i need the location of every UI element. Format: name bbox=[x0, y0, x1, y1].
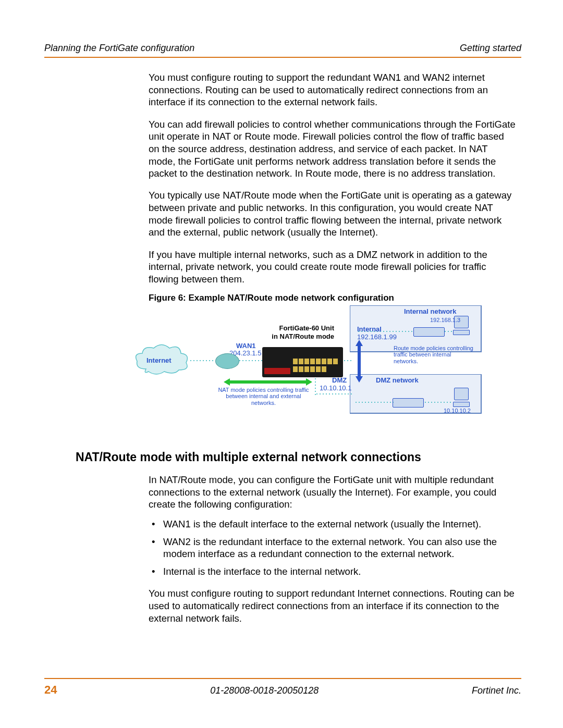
bullet-2: WAN2 is the redundant interface to the e… bbox=[149, 536, 516, 560]
dmz-ip-label: 10.10.10.1 bbox=[320, 384, 351, 392]
svg-marker-1 bbox=[356, 340, 363, 382]
svg-marker-0 bbox=[224, 378, 312, 386]
section2-body: In NAT/Route mode, you can configure the… bbox=[149, 474, 516, 624]
nat-note: NAT mode policies controlling traffic be… bbox=[215, 387, 312, 406]
section2-intro: In NAT/Route mode, you can configure the… bbox=[149, 474, 516, 511]
dotted-link-internet bbox=[189, 360, 215, 362]
header-right: Getting started bbox=[460, 43, 521, 54]
paragraph-1: You must configure routing to support th… bbox=[149, 71, 516, 108]
paragraph-3: You typically use NAT/Route mode when th… bbox=[149, 189, 516, 239]
dotted-link-pc bbox=[444, 330, 454, 332]
dmz-network-label: DMZ network bbox=[376, 376, 419, 384]
footer-center: 01-28008-0018-20050128 bbox=[210, 685, 319, 696]
fortigate-unit-icon bbox=[262, 347, 343, 377]
hub-icon bbox=[413, 327, 445, 337]
wan1-label: WAN1 bbox=[236, 342, 256, 350]
footer-right: Fortinet Inc. bbox=[472, 685, 521, 696]
dotted-link-fg-down bbox=[314, 377, 316, 395]
dmz-pc-ip-label: 10.10.10.2 bbox=[444, 408, 471, 414]
bullet-1: WAN1 is the default interface to the ext… bbox=[149, 518, 516, 530]
unit-label-1: FortiGate-60 Unit bbox=[266, 324, 334, 332]
pc-ip-label: 192.168.1.3 bbox=[430, 317, 460, 323]
internal-network-label: Internal network bbox=[404, 307, 456, 315]
figure-caption: Figure 6: Example NAT/Route mode network… bbox=[149, 293, 516, 303]
page-header: Planning the FortiGate configuration Get… bbox=[44, 43, 521, 54]
footer-rule bbox=[44, 678, 521, 679]
route-arrow-icon bbox=[356, 340, 363, 382]
dotted-link-fg-right bbox=[343, 360, 352, 362]
header-rule bbox=[44, 57, 521, 58]
internal-ip-label: 192.168.1.99 bbox=[357, 333, 397, 341]
dotted-link-fg-dmz bbox=[315, 393, 352, 395]
paragraph-2: You can add firewall policies to control… bbox=[149, 118, 516, 180]
internal-iface-label: Internal bbox=[357, 325, 382, 333]
dotted-link-dmz-right bbox=[424, 401, 453, 403]
bullet-3: Internal is the interface to the interna… bbox=[149, 565, 516, 578]
page-number: 24 bbox=[44, 683, 57, 697]
page-footer: 24 01-28008-0018-20050128 Fortinet Inc. bbox=[44, 678, 521, 697]
router-icon bbox=[215, 353, 239, 369]
route-note: Route mode policies controlling traffic … bbox=[394, 345, 474, 365]
nat-arrow-icon bbox=[224, 378, 312, 386]
dmz-pc-icon bbox=[453, 388, 470, 407]
figure-diagram: Internal network 192.168.1.3 DMZ network… bbox=[149, 305, 516, 431]
dotted-link-router bbox=[238, 360, 262, 362]
dotted-link-dmz-left bbox=[354, 401, 394, 403]
internet-label: Internet bbox=[146, 356, 172, 364]
document-page: Planning the FortiGate configuration Get… bbox=[0, 0, 563, 728]
body-column: You must configure routing to support th… bbox=[149, 71, 516, 431]
unit-label-2: in NAT/Route mode bbox=[266, 332, 334, 340]
section-heading: NAT/Route mode with multiple external ne… bbox=[76, 450, 521, 464]
dmz-iface-label: DMZ bbox=[332, 376, 347, 384]
section2-outro: You must configure routing to support re… bbox=[149, 587, 516, 624]
header-left: Planning the FortiGate configuration bbox=[44, 43, 194, 54]
paragraph-4: If you have multiple internal networks, … bbox=[149, 249, 516, 286]
dmz-hub-icon bbox=[393, 398, 424, 408]
